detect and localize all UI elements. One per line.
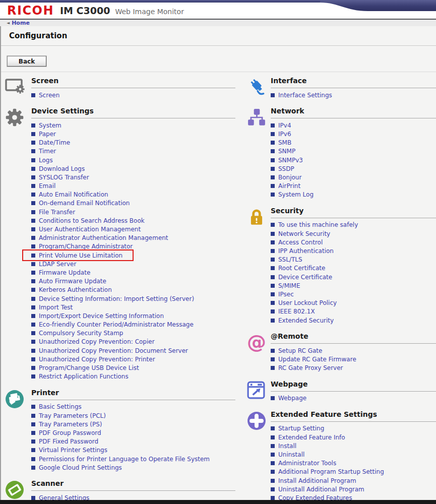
config-link[interactable]: PDF Group Password xyxy=(39,430,101,436)
link-list: Webpage xyxy=(271,394,436,403)
config-link[interactable]: Tray Parameters (PCL) xyxy=(39,413,106,419)
config-link[interactable]: Tray Parameters (PS) xyxy=(39,421,102,427)
config-link[interactable]: Uninstall Additional Program xyxy=(278,486,364,492)
bullet-icon xyxy=(31,439,35,444)
section-title: Network xyxy=(271,106,436,118)
config-link[interactable]: Extended Feature Info xyxy=(278,434,345,440)
link-item: Paper xyxy=(31,130,235,138)
config-link[interactable]: Setup RC Gate xyxy=(278,348,322,354)
config-link[interactable]: Print Volume Use Limitation xyxy=(39,253,122,259)
config-link[interactable]: Unauthorized Copy Prevention: Printer xyxy=(39,356,155,362)
config-link[interactable]: Device Setting Information: Import Setti… xyxy=(39,296,194,302)
config-link[interactable]: IPsec xyxy=(278,291,294,297)
config-link[interactable]: IPv4 xyxy=(278,122,291,129)
config-link[interactable]: Update RC Gate Firmware xyxy=(278,356,356,362)
config-link[interactable]: Logs xyxy=(39,157,53,163)
config-link[interactable]: Kerberos Authentication xyxy=(39,287,112,293)
config-link[interactable]: Compulsory Security Stamp xyxy=(39,330,123,336)
config-link[interactable]: Auto Firmware Update xyxy=(39,278,106,284)
config-link[interactable]: Webpage xyxy=(278,395,306,401)
config-link[interactable]: Access Control xyxy=(278,239,323,245)
link-item: Firmware Update xyxy=(31,268,235,277)
config-link[interactable]: Basic Settings xyxy=(39,404,82,410)
config-link[interactable]: Restrict Application Functions xyxy=(39,373,129,380)
config-link[interactable]: Permissions for Printer Language to Oper… xyxy=(39,456,210,462)
config-link[interactable]: SSDP xyxy=(278,166,294,172)
config-link[interactable]: Startup Setting xyxy=(278,425,324,431)
config-link[interactable]: Google Cloud Print Settings xyxy=(39,465,122,471)
config-link[interactable]: LDAP Server xyxy=(39,261,76,267)
bullet-icon xyxy=(31,366,35,370)
config-link[interactable]: On-demand Email Notification xyxy=(39,200,130,206)
config-link[interactable]: PDF Fixed Password xyxy=(39,438,98,445)
link-item: Extended Feature Info xyxy=(271,433,436,442)
config-link[interactable]: SSL/TLS xyxy=(278,257,302,263)
bullet-icon xyxy=(271,301,275,305)
config-link[interactable]: Firmware Update xyxy=(39,270,90,276)
config-link[interactable]: Root Certificate xyxy=(278,265,325,271)
section-screen: ScreenScreen xyxy=(5,76,235,99)
config-link[interactable]: Install xyxy=(278,443,296,449)
config-link[interactable]: SNMPv3 xyxy=(278,157,303,163)
config-link[interactable]: Additional Program Startup Setting xyxy=(278,469,384,475)
config-link[interactable]: S/MIME xyxy=(278,283,300,289)
config-link[interactable]: Uninstall xyxy=(278,452,304,458)
config-link[interactable]: Administrator Authentication Management xyxy=(39,235,168,241)
config-link[interactable]: Administrator Tools xyxy=(278,460,336,466)
link-item: IPP Authentication xyxy=(271,246,436,255)
config-link[interactable]: SNMP xyxy=(278,148,295,154)
config-link[interactable]: SMB xyxy=(278,140,291,146)
config-link[interactable]: Import Test xyxy=(39,304,73,310)
config-link[interactable]: Device Certificate xyxy=(278,274,332,280)
config-link[interactable]: IEEE 802.1X xyxy=(278,308,315,314)
config-link[interactable]: AirPrint xyxy=(278,183,300,189)
config-link[interactable]: Program/Change Administrator xyxy=(39,243,133,249)
config-link[interactable]: Unauthorized Copy Prevention: Document S… xyxy=(39,348,188,354)
bullet-icon xyxy=(31,457,35,461)
bullet-icon xyxy=(31,201,35,205)
config-link[interactable]: System Log xyxy=(278,192,314,198)
config-link[interactable]: SYSLOG Transfer xyxy=(39,174,89,180)
config-link[interactable]: Program/Change USB Device List xyxy=(39,365,139,371)
config-link[interactable]: Virtual Printer Settings xyxy=(39,447,107,453)
section-title: Webpage xyxy=(271,379,436,392)
link-item: File Transfer xyxy=(31,208,235,216)
link-item: Install xyxy=(271,442,436,450)
config-link[interactable]: Unauthorized Copy Prevention: Copier xyxy=(39,339,155,345)
page-title: Configuration xyxy=(1,26,436,46)
config-link[interactable]: Interface Settings xyxy=(278,92,332,98)
link-item: Virtual Printer Settings xyxy=(31,446,235,455)
config-link[interactable]: Extended Security xyxy=(278,318,334,324)
bullet-icon xyxy=(31,141,35,145)
link-item: Access Control xyxy=(271,238,436,246)
config-link[interactable]: Timer xyxy=(39,148,56,154)
network-icon xyxy=(247,106,271,199)
config-link[interactable]: IPP Authentication xyxy=(278,248,334,254)
config-link[interactable]: User Authentication Management xyxy=(39,226,141,232)
bullet-icon xyxy=(31,236,35,240)
config-link[interactable]: Download Logs xyxy=(39,166,85,172)
config-link[interactable]: Date/Time xyxy=(39,140,70,146)
config-link[interactable]: To use this machine safely xyxy=(278,222,358,228)
config-link[interactable]: Import/Export Device Setting Information xyxy=(39,313,164,319)
config-link[interactable]: Install Additional Program xyxy=(278,478,356,484)
config-link[interactable]: File Transfer xyxy=(39,209,75,215)
left-column: ScreenScreenDevice SettingsSystemPaperDa… xyxy=(5,76,235,504)
link-item: Update RC Gate Firmware xyxy=(271,355,436,363)
config-link[interactable]: Bonjour xyxy=(278,174,301,180)
config-link[interactable]: Network Security xyxy=(278,231,330,237)
top-swoosh-shape xyxy=(320,0,436,12)
config-link[interactable]: Eco-friendly Counter Period/Administrato… xyxy=(39,322,194,328)
config-link[interactable]: Conditions to Search Address Book xyxy=(39,218,145,224)
section-scanner: ScannerGeneral Settings xyxy=(5,478,235,502)
config-link[interactable]: Paper xyxy=(39,131,56,137)
config-link[interactable]: Email xyxy=(39,183,55,189)
config-link[interactable]: Screen xyxy=(39,92,59,98)
home-link[interactable]: Home xyxy=(12,20,30,26)
config-link[interactable]: IPv6 xyxy=(278,131,291,137)
config-link[interactable]: Auto Email Notification xyxy=(39,192,108,198)
config-link[interactable]: System xyxy=(39,122,61,129)
config-link[interactable]: User Lockout Policy xyxy=(278,300,337,306)
config-link[interactable]: RC Gate Proxy Server xyxy=(278,365,343,371)
back-button[interactable]: Back xyxy=(7,56,46,67)
